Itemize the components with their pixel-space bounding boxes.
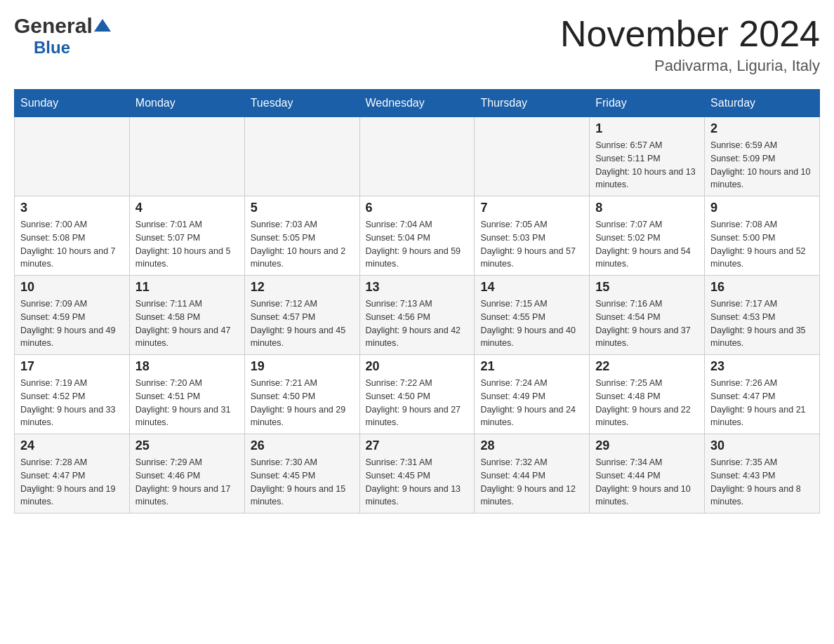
day-number: 26: [251, 438, 354, 453]
calendar-cell: 23Sunrise: 7:26 AMSunset: 4:47 PMDayligh…: [705, 355, 820, 434]
calendar-cell: 10Sunrise: 7:09 AMSunset: 4:59 PMDayligh…: [15, 276, 130, 355]
day-number: 8: [595, 201, 699, 215]
day-info: Sunrise: 7:34 AMSunset: 4:44 PMDaylight:…: [595, 456, 699, 509]
day-info: Sunrise: 7:00 AMSunset: 5:08 PMDaylight:…: [20, 218, 124, 271]
weekday-header-friday: Friday: [590, 90, 705, 117]
calendar-cell: 18Sunrise: 7:20 AMSunset: 4:51 PMDayligh…: [129, 355, 244, 434]
day-number: 30: [710, 438, 814, 453]
calendar-cell: 27Sunrise: 7:31 AMSunset: 4:45 PMDayligh…: [359, 434, 475, 514]
calendar-cell: 13Sunrise: 7:13 AMSunset: 4:56 PMDayligh…: [359, 276, 475, 355]
day-info: Sunrise: 7:22 AMSunset: 4:50 PMDaylight:…: [366, 377, 469, 429]
weekday-header-thursday: Thursday: [475, 90, 590, 117]
day-number: 4: [135, 201, 239, 215]
day-info: Sunrise: 7:25 AMSunset: 4:48 PMDaylight:…: [595, 377, 699, 429]
day-number: 7: [480, 201, 583, 215]
calendar-cell: 2Sunrise: 6:59 AMSunset: 5:09 PMDaylight…: [705, 117, 820, 196]
day-number: 29: [595, 438, 699, 453]
title-area: November 2024 Padivarma, Liguria, Italy: [560, 14, 820, 75]
calendar-cell: 25Sunrise: 7:29 AMSunset: 4:46 PMDayligh…: [129, 434, 244, 514]
day-number: 25: [135, 438, 239, 453]
day-number: 21: [480, 359, 583, 374]
day-number: 2: [710, 121, 814, 136]
day-number: 15: [595, 280, 699, 295]
calendar-cell: 9Sunrise: 7:08 AMSunset: 5:00 PMDaylight…: [705, 196, 820, 276]
weekday-header-saturday: Saturday: [705, 90, 820, 117]
calendar-cell: 19Sunrise: 7:21 AMSunset: 4:50 PMDayligh…: [244, 355, 359, 434]
calendar-cell: 14Sunrise: 7:15 AMSunset: 4:55 PMDayligh…: [475, 276, 590, 355]
calendar-cell: 12Sunrise: 7:12 AMSunset: 4:57 PMDayligh…: [244, 276, 359, 355]
day-number: 10: [20, 280, 124, 295]
calendar-cell: 11Sunrise: 7:11 AMSunset: 4:58 PMDayligh…: [129, 276, 244, 355]
logo: General Blue: [14, 14, 112, 58]
calendar-row-1: 1Sunrise: 6:57 AMSunset: 5:11 PMDaylight…: [15, 117, 820, 196]
day-info: Sunrise: 6:57 AMSunset: 5:11 PMDaylight:…: [595, 139, 699, 192]
day-info: Sunrise: 7:15 AMSunset: 4:55 PMDaylight:…: [480, 297, 583, 350]
day-info: Sunrise: 7:35 AMSunset: 4:43 PMDaylight:…: [710, 456, 814, 509]
day-info: Sunrise: 7:26 AMSunset: 4:47 PMDaylight:…: [710, 377, 814, 429]
calendar-cell: 3Sunrise: 7:00 AMSunset: 5:08 PMDaylight…: [15, 196, 130, 276]
calendar-cell: 17Sunrise: 7:19 AMSunset: 4:52 PMDayligh…: [15, 355, 130, 434]
calendar-cell: 15Sunrise: 7:16 AMSunset: 4:54 PMDayligh…: [590, 276, 705, 355]
day-number: 14: [480, 280, 583, 295]
day-info: Sunrise: 7:07 AMSunset: 5:02 PMDaylight:…: [595, 218, 699, 271]
calendar-table: SundayMondayTuesdayWednesdayThursdayFrid…: [14, 89, 820, 514]
day-info: Sunrise: 7:31 AMSunset: 4:45 PMDaylight:…: [366, 456, 469, 509]
calendar-cell: [15, 117, 130, 196]
calendar-cell: 26Sunrise: 7:30 AMSunset: 4:45 PMDayligh…: [244, 434, 359, 514]
day-info: Sunrise: 7:19 AMSunset: 4:52 PMDaylight:…: [20, 377, 124, 429]
calendar-cell: 28Sunrise: 7:32 AMSunset: 4:44 PMDayligh…: [475, 434, 590, 514]
day-number: 13: [366, 280, 469, 295]
day-info: Sunrise: 7:20 AMSunset: 4:51 PMDaylight:…: [135, 377, 239, 429]
weekday-header-wednesday: Wednesday: [359, 90, 475, 117]
weekday-header-row: SundayMondayTuesdayWednesdayThursdayFrid…: [15, 90, 820, 117]
calendar-cell: 21Sunrise: 7:24 AMSunset: 4:49 PMDayligh…: [475, 355, 590, 434]
day-number: 16: [710, 280, 814, 295]
calendar-row-3: 10Sunrise: 7:09 AMSunset: 4:59 PMDayligh…: [15, 276, 820, 355]
location: Padivarma, Liguria, Italy: [560, 57, 820, 75]
calendar-cell: 4Sunrise: 7:01 AMSunset: 5:07 PMDaylight…: [129, 196, 244, 276]
day-info: Sunrise: 7:29 AMSunset: 4:46 PMDaylight:…: [135, 456, 239, 509]
day-info: Sunrise: 7:32 AMSunset: 4:44 PMDaylight:…: [480, 456, 583, 509]
day-info: Sunrise: 7:30 AMSunset: 4:45 PMDaylight:…: [251, 456, 354, 509]
day-number: 24: [20, 438, 124, 453]
calendar-cell: [129, 117, 244, 196]
day-info: Sunrise: 7:11 AMSunset: 4:58 PMDaylight:…: [135, 297, 239, 350]
day-info: Sunrise: 7:17 AMSunset: 4:53 PMDaylight:…: [710, 297, 814, 350]
calendar-cell: 29Sunrise: 7:34 AMSunset: 4:44 PMDayligh…: [590, 434, 705, 514]
day-number: 18: [135, 359, 239, 374]
day-info: Sunrise: 7:12 AMSunset: 4:57 PMDaylight:…: [251, 297, 354, 350]
calendar-cell: 7Sunrise: 7:05 AMSunset: 5:03 PMDaylight…: [475, 196, 590, 276]
day-info: Sunrise: 7:04 AMSunset: 5:04 PMDaylight:…: [366, 218, 469, 271]
day-number: 1: [595, 121, 699, 136]
weekday-header-tuesday: Tuesday: [244, 90, 359, 117]
calendar-row-4: 17Sunrise: 7:19 AMSunset: 4:52 PMDayligh…: [15, 355, 820, 434]
day-number: 11: [135, 280, 239, 295]
calendar-cell: 20Sunrise: 7:22 AMSunset: 4:50 PMDayligh…: [359, 355, 475, 434]
svg-marker-0: [94, 19, 111, 32]
calendar-cell: 8Sunrise: 7:07 AMSunset: 5:02 PMDaylight…: [590, 196, 705, 276]
weekday-header-sunday: Sunday: [15, 90, 130, 117]
day-number: 6: [366, 201, 469, 215]
day-info: Sunrise: 7:03 AMSunset: 5:05 PMDaylight:…: [251, 218, 354, 271]
day-number: 12: [251, 280, 354, 295]
day-info: Sunrise: 7:09 AMSunset: 4:59 PMDaylight:…: [20, 297, 124, 350]
day-info: Sunrise: 6:59 AMSunset: 5:09 PMDaylight:…: [710, 139, 814, 192]
calendar-row-5: 24Sunrise: 7:28 AMSunset: 4:47 PMDayligh…: [15, 434, 820, 514]
month-title: November 2024: [560, 14, 820, 54]
calendar-cell: 5Sunrise: 7:03 AMSunset: 5:05 PMDaylight…: [244, 196, 359, 276]
weekday-header-monday: Monday: [129, 90, 244, 117]
calendar-cell: 16Sunrise: 7:17 AMSunset: 4:53 PMDayligh…: [705, 276, 820, 355]
day-info: Sunrise: 7:01 AMSunset: 5:07 PMDaylight:…: [135, 218, 239, 271]
calendar-row-2: 3Sunrise: 7:00 AMSunset: 5:08 PMDaylight…: [15, 196, 820, 276]
day-number: 27: [366, 438, 469, 453]
calendar-cell: 6Sunrise: 7:04 AMSunset: 5:04 PMDaylight…: [359, 196, 475, 276]
calendar-cell: 1Sunrise: 6:57 AMSunset: 5:11 PMDaylight…: [590, 117, 705, 196]
day-number: 5: [251, 201, 354, 215]
day-info: Sunrise: 7:28 AMSunset: 4:47 PMDaylight:…: [20, 456, 124, 509]
calendar-cell: 24Sunrise: 7:28 AMSunset: 4:47 PMDayligh…: [15, 434, 130, 514]
calendar-cell: [359, 117, 475, 196]
day-number: 19: [251, 359, 354, 374]
day-number: 23: [710, 359, 814, 374]
calendar-cell: [244, 117, 359, 196]
logo-blue-text: Blue: [34, 38, 70, 58]
